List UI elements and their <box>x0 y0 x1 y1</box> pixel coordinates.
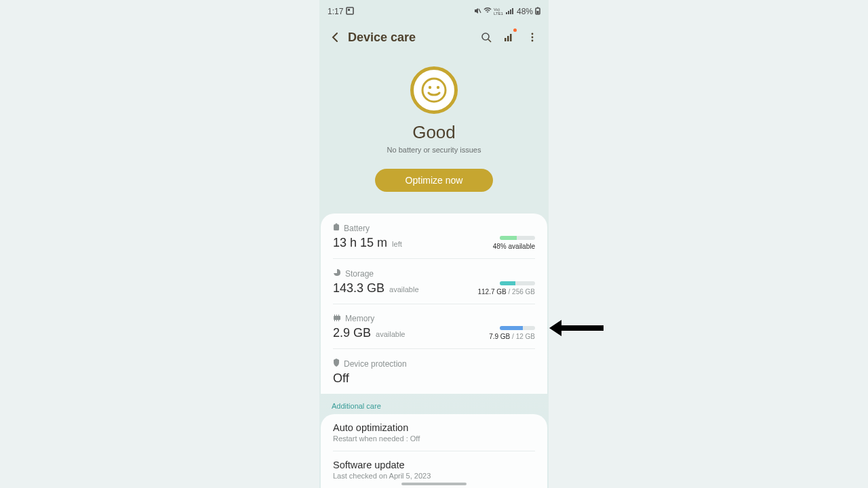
svg-rect-23 <box>334 316 340 320</box>
status-battery-pct: 48% <box>517 7 533 16</box>
memory-value: 2.9 GB <box>333 326 371 340</box>
auto-optimization-row[interactable]: Auto optimization Restart when needed : … <box>333 414 535 451</box>
svg-rect-28 <box>336 320 337 321</box>
wifi-icon <box>484 7 492 17</box>
battery-available: 48% available <box>493 243 535 250</box>
memory-label: Memory <box>345 314 374 323</box>
signal-icon <box>505 7 513 17</box>
battery-suffix: left <box>392 240 402 248</box>
svg-rect-12 <box>505 38 507 41</box>
storage-total: 256 GB <box>512 288 535 296</box>
home-indicator[interactable] <box>401 483 467 485</box>
software-title: Software update <box>333 460 535 470</box>
screenshot-icon <box>346 7 354 17</box>
svg-line-11 <box>488 39 491 42</box>
optimize-button[interactable]: Optimize now <box>375 169 493 192</box>
phone-frame: 1:17 Vo)LTE1 48% Device car <box>319 0 549 488</box>
battery-row[interactable]: Battery 13 h 15 m left 48% available <box>333 214 535 259</box>
shield-icon <box>333 359 340 369</box>
additional-care-heading: Additional care <box>319 394 549 414</box>
svg-point-17 <box>532 40 534 42</box>
battery-value: 13 h 15 m <box>333 236 387 249</box>
svg-rect-13 <box>507 36 509 41</box>
battery-icon <box>535 7 540 17</box>
svg-rect-22 <box>336 224 338 225</box>
svg-rect-4 <box>508 11 509 14</box>
battery-label: Battery <box>344 224 370 233</box>
memory-total: 12 GB <box>516 333 535 340</box>
volte-icon: Vo)LTE1 <box>494 7 503 16</box>
back-button[interactable] <box>326 28 345 47</box>
page-title: Device care <box>348 30 416 45</box>
storage-suffix: available <box>389 285 418 293</box>
svg-point-18 <box>422 79 446 102</box>
more-button[interactable] <box>523 28 542 47</box>
auto-opt-sub: Restart when needed : Off <box>333 434 535 443</box>
svg-line-2 <box>479 9 481 13</box>
status-face-icon <box>410 66 458 114</box>
additional-card: Auto optimization Restart when needed : … <box>321 414 547 488</box>
svg-point-19 <box>429 86 431 89</box>
svg-rect-1 <box>348 9 350 11</box>
usage-button[interactable] <box>500 28 519 47</box>
svg-point-10 <box>482 33 489 40</box>
memory-suffix: available <box>376 330 405 338</box>
status-subtitle: No battery or security issues <box>319 146 549 154</box>
svg-rect-14 <box>510 34 512 41</box>
svg-rect-29 <box>338 320 339 321</box>
auto-opt-title: Auto optimization <box>333 422 535 433</box>
status-heading: Good <box>319 122 549 143</box>
storage-value: 143.3 GB <box>333 281 384 295</box>
storage-used: 112.7 GB <box>477 288 506 296</box>
status-time: 1:17 <box>328 7 343 16</box>
protection-row[interactable]: Device protection Off <box>333 349 535 394</box>
status-hero: Good No battery or security issues Optim… <box>319 66 549 192</box>
battery-bar <box>500 236 535 240</box>
svg-rect-6 <box>512 8 513 14</box>
svg-rect-21 <box>334 224 339 230</box>
svg-rect-27 <box>334 320 335 321</box>
memory-used: 7.9 GB <box>489 333 510 340</box>
protection-label: Device protection <box>344 359 407 369</box>
annotation-arrow-icon <box>549 322 604 334</box>
storage-row-icon <box>333 268 341 279</box>
notification-dot-icon <box>513 28 517 32</box>
metrics-card: Battery 13 h 15 m left 48% available S <box>321 214 547 394</box>
svg-point-16 <box>532 37 534 39</box>
svg-rect-26 <box>338 314 339 316</box>
svg-point-15 <box>532 33 534 35</box>
search-button[interactable] <box>477 28 496 47</box>
svg-rect-3 <box>506 12 507 14</box>
svg-point-20 <box>437 86 439 89</box>
memory-row[interactable]: Memory 2.9 GB available 7.9 GB / 12 GB <box>333 304 535 349</box>
battery-row-icon <box>333 223 340 233</box>
mute-icon <box>473 7 481 17</box>
memory-row-icon <box>333 314 341 323</box>
status-bar: 1:17 Vo)LTE1 48% <box>319 0 549 19</box>
protection-value: Off <box>333 371 349 385</box>
storage-row[interactable]: Storage 143.3 GB available 112.7 GB / 25… <box>333 259 535 304</box>
storage-label: Storage <box>345 269 374 279</box>
app-header: Device care <box>319 19 549 56</box>
svg-rect-5 <box>510 9 511 14</box>
svg-rect-8 <box>537 11 539 14</box>
software-sub: Last checked on April 5, 2023 <box>333 472 535 480</box>
svg-rect-25 <box>336 314 337 316</box>
svg-rect-9 <box>537 7 538 8</box>
svg-rect-24 <box>334 314 335 316</box>
memory-bar <box>500 326 535 330</box>
storage-bar <box>500 281 535 285</box>
